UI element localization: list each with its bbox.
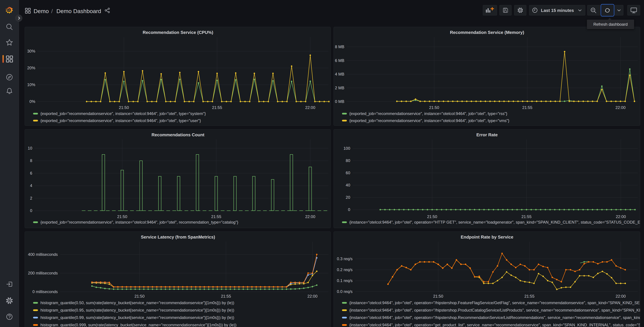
svg-text:40: 40	[346, 183, 350, 187]
svg-text:21:50: 21:50	[427, 214, 437, 219]
svg-text:22:00: 22:00	[616, 294, 626, 298]
svg-text:21:55: 21:55	[212, 105, 222, 110]
svg-text:Service Latency (from SpanMetr: Service Latency (from SpanMetrics)	[141, 234, 215, 240]
svg-text:20%: 20%	[27, 66, 35, 70]
svg-text:80: 80	[346, 158, 350, 163]
svg-text:0 milliseconds: 0 milliseconds	[32, 290, 58, 294]
svg-text:22:00: 22:00	[305, 105, 315, 110]
svg-text:{exported_job="recommendations: {exported_job="recommendationservice", i…	[40, 111, 206, 116]
svg-text:21:50: 21:50	[117, 214, 127, 219]
svg-text:21:55: 21:55	[522, 214, 532, 219]
svg-text:8 MB: 8 MB	[335, 44, 344, 49]
svg-text:{instance="otelcol:9464", job=: {instance="otelcol:9464", job="otel", op…	[349, 315, 640, 320]
svg-text:60: 60	[346, 170, 350, 175]
svg-text:{instance="otelcol:9464", job=: {instance="otelcol:9464", job="otel", op…	[349, 308, 640, 312]
svg-text:histogram_quantile(0.95, sum(r: histogram_quantile(0.95, sum(rate(latenc…	[40, 308, 234, 312]
svg-text:Recommendation Service (CPU%): Recommendation Service (CPU%)	[143, 30, 213, 35]
svg-text:21:50: 21:50	[119, 105, 129, 110]
svg-text:histogram_quantile(0.50, sum(r: histogram_quantile(0.50, sum(rate(latenc…	[40, 300, 234, 305]
svg-text:{instance="otelcol:9464", job=: {instance="otelcol:9464", job="otel", op…	[349, 323, 640, 327]
svg-text:histogram_quantile(0.999, sum(: histogram_quantile(0.999, sum(rate(laten…	[40, 323, 236, 327]
svg-text:0.2 req/s: 0.2 req/s	[337, 268, 352, 272]
svg-text:2 MB: 2 MB	[335, 86, 344, 90]
svg-text:21:55: 21:55	[221, 294, 231, 298]
svg-text:0: 0	[348, 207, 350, 212]
svg-text:30%: 30%	[27, 49, 35, 54]
svg-text:200 milliseconds: 200 milliseconds	[28, 271, 58, 275]
svg-text:21:55: 21:55	[522, 105, 532, 110]
svg-text:4: 4	[30, 183, 32, 188]
svg-text:21:50: 21:50	[134, 294, 144, 298]
svg-text:8: 8	[30, 158, 32, 163]
svg-text:6: 6	[30, 171, 32, 176]
svg-text:2: 2	[30, 196, 32, 200]
svg-text:{exported_job="recommendations: {exported_job="recommendationservice", i…	[40, 118, 201, 123]
svg-text:100: 100	[344, 146, 350, 150]
svg-text:10: 10	[28, 146, 32, 150]
svg-text:Endpoint Rate by Service: Endpoint Rate by Service	[461, 234, 514, 240]
svg-text:{exported_job="recommendations: {exported_job="recommendationservice", i…	[349, 111, 507, 116]
svg-text:22:00: 22:00	[616, 105, 626, 110]
svg-text:Recommendations Count: Recommendations Count	[152, 132, 204, 137]
svg-text:22:00: 22:00	[305, 214, 315, 219]
svg-text:Error Rate: Error Rate	[476, 132, 498, 137]
svg-text:{instance="otelcol:9464", job=: {instance="otelcol:9464", job="otel", op…	[349, 300, 640, 305]
svg-text:0.0 req/s: 0.0 req/s	[337, 289, 352, 294]
svg-text:{instance="otelcol:9464", job=: {instance="otelcol:9464", job="otel", op…	[349, 220, 640, 224]
svg-text:histogram_quantile(0.99, sum(r: histogram_quantile(0.99, sum(rate(latenc…	[40, 315, 234, 320]
svg-text:20: 20	[346, 195, 350, 200]
svg-text:0%: 0%	[30, 99, 35, 104]
svg-text:0.1 req/s: 0.1 req/s	[337, 278, 352, 283]
svg-text:21:55: 21:55	[211, 214, 221, 219]
svg-text:10%: 10%	[27, 82, 35, 87]
svg-text:21:50: 21:50	[429, 105, 439, 110]
svg-text:22:00: 22:00	[616, 214, 626, 219]
svg-text:0: 0	[30, 208, 32, 213]
svg-text:0 MB: 0 MB	[335, 99, 344, 104]
svg-text:4 MB: 4 MB	[335, 72, 344, 76]
svg-text:6 MB: 6 MB	[335, 58, 344, 63]
svg-text:400 milliseconds: 400 milliseconds	[28, 252, 58, 257]
svg-text:{exported_job="recommendations: {exported_job="recommendationservice", i…	[349, 118, 509, 123]
svg-text:{exported_job="recommendations: {exported_job="recommendationservice", i…	[40, 220, 238, 224]
svg-text:21:55: 21:55	[524, 294, 534, 298]
svg-text:0.3 req/s: 0.3 req/s	[337, 256, 352, 261]
svg-text:22:00: 22:00	[308, 294, 318, 298]
svg-text:21:50: 21:50	[433, 294, 443, 298]
svg-text:Recommendation Service (Memory: Recommendation Service (Memory)	[450, 30, 524, 35]
